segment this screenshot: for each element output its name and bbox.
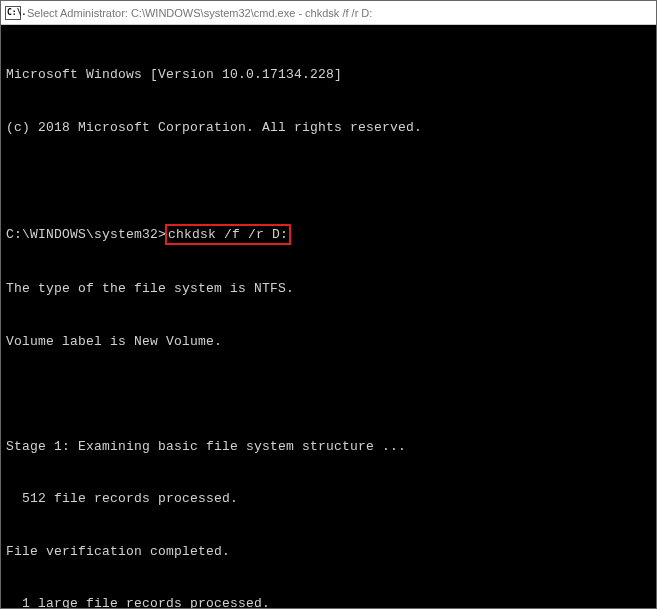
cmd-window: C:\. Select Administrator: C:\WINDOWS\sy… — [0, 0, 657, 609]
titlebar-title: Select Administrator: C:\WINDOWS\system3… — [27, 7, 652, 19]
prompt-line: C:\WINDOWS\system32>chkdsk /f /r D: — [6, 224, 651, 246]
prompt-path: C:\WINDOWS\system32> — [6, 226, 166, 244]
output-line: File verification completed. — [6, 543, 651, 561]
output-line — [6, 385, 651, 403]
output-line: Microsoft Windows [Version 10.0.17134.22… — [6, 66, 651, 84]
output-line: The type of the file system is NTFS. — [6, 280, 651, 298]
titlebar[interactable]: C:\. Select Administrator: C:\WINDOWS\sy… — [1, 1, 656, 25]
output-line: Stage 1: Examining basic file system str… — [6, 438, 651, 456]
output-line: (c) 2018 Microsoft Corporation. All righ… — [6, 119, 651, 137]
output-line: 1 large file records processed. — [6, 595, 651, 608]
output-line — [6, 171, 651, 189]
output-line: 512 file records processed. — [6, 490, 651, 508]
output-line: Volume label is New Volume. — [6, 333, 651, 351]
highlighted-command: chkdsk /f /r D: — [165, 224, 291, 246]
terminal-output[interactable]: Microsoft Windows [Version 10.0.17134.22… — [1, 25, 656, 608]
cmd-icon: C:\. — [5, 6, 21, 20]
